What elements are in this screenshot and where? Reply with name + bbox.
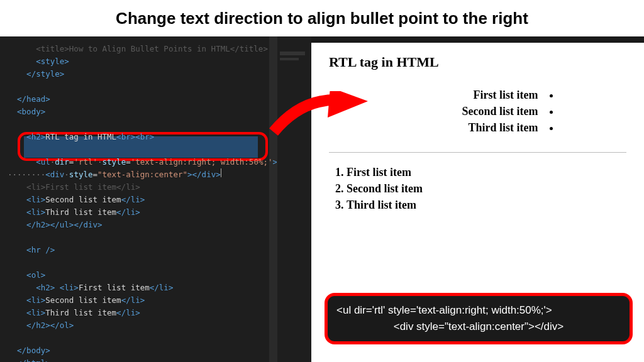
list-item: Second list item (347, 180, 626, 197)
preview-topbar (311, 36, 644, 43)
code-line-highlight-1: <ul·dir='rtl'·style='text-align:right; w… (8, 156, 277, 168)
page-title-bar: Change text direction to align bullet po… (0, 0, 644, 36)
code-line: </body> (8, 344, 277, 357)
code-line: <li>Second list item</li> (8, 294, 277, 307)
code-line: </h2></ol> (8, 319, 277, 332)
list-item: Third list item (393, 119, 542, 136)
code-line: <li>Second list item</li> (8, 194, 277, 206)
code-line (8, 118, 277, 131)
code-line-highlight-2: ········<div·style="text-align:center"><… (8, 168, 277, 181)
code-line (8, 332, 277, 344)
code-editor-pane: <title>How to Align Bullet Points in HTM… (0, 36, 277, 362)
code-content: <title>How to Align Bullet Points in HTM… (8, 43, 277, 362)
list-item: First list item (347, 164, 626, 180)
page-title: Change text direction to align bullet po… (116, 9, 528, 28)
code-line: </h2></ul></div> (8, 219, 277, 231)
preview-heading: RTL tag in HTML (329, 54, 626, 70)
code-line: <h2>RTL tag in HTML<br><br> (8, 131, 277, 143)
rtl-bullet-list: First list item Second list item Third l… (393, 87, 542, 136)
code-line: </html> (8, 357, 277, 362)
code-callout-box: <ul dir='rtl' style='text-align:right; w… (325, 293, 633, 344)
code-line: <li>First list item</li> (8, 181, 277, 194)
editor-minimap[interactable] (277, 36, 311, 362)
code-line (8, 80, 277, 93)
list-item: Second list item (393, 103, 542, 119)
code-line: <ol> (8, 269, 277, 282)
callout-line-1: <ul dir='rtl' style='text-align:right; w… (336, 302, 621, 319)
code-line (8, 231, 277, 244)
code-line: <li>Third list item</li> (8, 307, 277, 319)
code-line: <style> (8, 55, 277, 68)
code-line: <h2> <li>First list item</li> (8, 282, 277, 294)
code-line: </head> (8, 93, 277, 106)
minimap-hint (280, 58, 299, 60)
callout-line-2: <div style="text-align:center"></div> (336, 319, 621, 335)
code-line: <title>How to Align Bullet Points in HTM… (8, 43, 277, 55)
horizontal-rule (329, 152, 626, 153)
minimap-hint (280, 52, 305, 55)
code-line (8, 143, 277, 156)
code-line: <hr /> (8, 244, 277, 256)
code-line: <li>Third list item</li> (8, 206, 277, 219)
code-line: <body> (8, 106, 277, 118)
list-item: Third list item (347, 197, 626, 213)
code-line: </style> (8, 68, 277, 80)
preview-body: RTL tag in HTML First list item Second l… (311, 43, 644, 214)
list-item: First list item (393, 87, 542, 103)
ordered-list: First list item Second list item Third l… (347, 164, 626, 213)
code-line (8, 256, 277, 269)
